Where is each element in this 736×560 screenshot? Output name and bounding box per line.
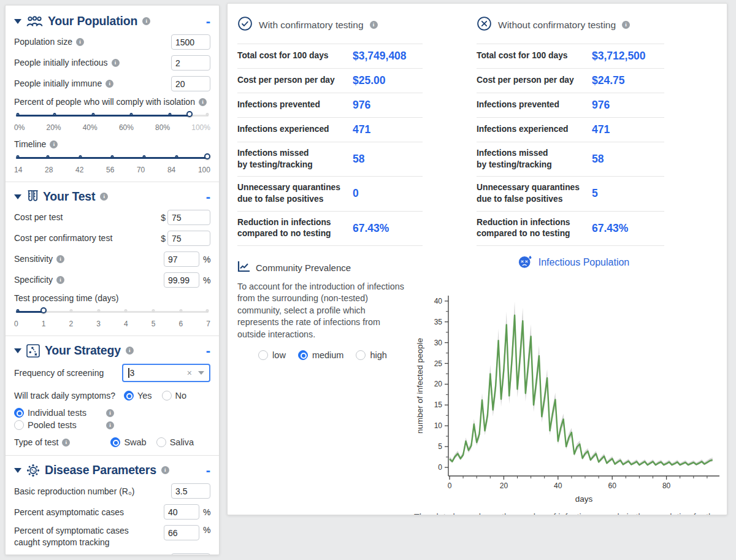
field-label: People initially immune (14, 78, 102, 89)
slider-handle[interactable] (40, 307, 47, 313)
prevalence-title: Community Prevalence (256, 263, 351, 273)
collapse-triangle-icon[interactable] (14, 468, 21, 473)
germ-icon (518, 255, 533, 271)
info-icon[interactable] (126, 347, 134, 355)
radio-symptoms-no[interactable] (162, 391, 172, 401)
info-icon[interactable] (76, 38, 84, 46)
collapse-section-button[interactable]: - (206, 17, 210, 26)
radio-medium[interactable] (298, 350, 308, 360)
info-icon[interactable] (100, 193, 108, 201)
result-row: Cost per person per day$24.75 (477, 68, 664, 93)
radio-saliva[interactable] (156, 437, 166, 447)
svg-text:25: 25 (434, 359, 443, 367)
collapse-section-button[interactable]: - (206, 347, 210, 355)
info-icon[interactable] (56, 276, 64, 284)
radio-high[interactable] (356, 350, 366, 360)
frequency-value: 3 (130, 368, 187, 378)
info-icon[interactable] (622, 21, 630, 29)
slider-handle[interactable] (204, 153, 210, 159)
svg-text:30: 30 (434, 338, 443, 347)
info-icon[interactable] (106, 409, 114, 417)
info-icon[interactable] (112, 59, 120, 67)
section-title-disease: Disease Parameters (45, 463, 156, 477)
percent-symptomatic-caught-input[interactable] (164, 525, 199, 540)
percent-asymptomatic-input[interactable] (164, 504, 199, 520)
radio-low[interactable] (258, 350, 268, 360)
x-axis-label: days (575, 494, 593, 504)
collapse-triangle-icon[interactable] (14, 348, 21, 353)
infectious-days-input[interactable] (171, 553, 210, 555)
svg-text:40: 40 (434, 297, 443, 305)
section-title-strategy: Your Strategy (45, 343, 121, 358)
collapse-triangle-icon[interactable] (14, 19, 21, 24)
info-icon[interactable] (56, 255, 64, 263)
slider-tick-label: 6 (179, 320, 183, 328)
field-row-pooled-tests: Pooled tests (14, 420, 210, 430)
processing-time-slider[interactable] (16, 307, 209, 316)
isolation-compliance-slider[interactable] (16, 110, 209, 120)
collapse-section-button[interactable]: - (206, 193, 210, 201)
result-value: $3,712,500 (592, 50, 646, 63)
field-label: Cost per confirmatory test (14, 232, 112, 244)
radio-item-low: low (258, 350, 286, 360)
slider-tick-label: 42 (75, 166, 83, 174)
result-row: Infections missed by testing/tracking58 (477, 142, 664, 176)
info-icon[interactable] (105, 80, 113, 88)
population-size-input[interactable] (171, 34, 210, 50)
cost-confirmatory-test-input[interactable] (167, 231, 210, 246)
radio-swab[interactable] (110, 437, 120, 447)
cost-per-test-input[interactable] (167, 210, 210, 225)
info-icon[interactable] (161, 466, 169, 474)
currency-prefix: $ (161, 234, 166, 244)
initially-immune-input[interactable] (171, 76, 210, 91)
r0-input[interactable] (171, 483, 210, 499)
field-row-asymptomatic: Percent asymptomatic cases % (14, 504, 210, 520)
sensitivity-input[interactable] (164, 251, 199, 267)
slider-tick-labels: 0 1 2 3 4 5 6 7 (14, 320, 210, 328)
slider-handle[interactable] (186, 111, 193, 117)
radio-label: high (370, 350, 386, 360)
infectious-line (450, 315, 713, 465)
section-header-disease: Disease Parameters - (14, 463, 210, 477)
svg-text:5: 5 (438, 442, 442, 451)
info-icon[interactable] (199, 98, 207, 106)
result-value: 471 (592, 123, 610, 136)
timeline-slider-block: Timeline 14 28 42 56 70 84 100 (14, 139, 210, 174)
result-label: Cost per person per day (477, 75, 592, 86)
radio-symptoms-yes[interactable] (124, 391, 134, 401)
section-divider (6, 336, 219, 336)
column-title: With confirmatory testing (259, 20, 364, 31)
chevron-down-icon[interactable] (198, 371, 204, 375)
info-icon[interactable] (142, 17, 150, 25)
svg-text:60: 60 (608, 481, 617, 490)
field-label: Percent of symptomatic cases caught symp… (14, 525, 143, 547)
timeline-slider[interactable] (16, 153, 209, 163)
info-icon[interactable] (106, 421, 114, 429)
field-row-population-size: Population size (14, 34, 210, 50)
collapse-section-button[interactable]: - (206, 466, 210, 475)
info-icon[interactable] (370, 21, 378, 29)
radio-pooled-tests[interactable] (14, 420, 24, 430)
radio-label: Swab (124, 437, 146, 447)
field-row-cost-per-test: Cost per test $ (14, 210, 210, 225)
result-value: $3,749,408 (353, 50, 407, 63)
radio-individual-tests[interactable] (14, 408, 24, 418)
section-header-population: Your Population - (14, 14, 210, 28)
frequency-of-screening-select[interactable]: 3 × (122, 364, 210, 382)
info-icon[interactable] (62, 439, 70, 447)
info-icon[interactable] (50, 140, 58, 148)
field-label: Percent asymptomatic cases (14, 507, 124, 518)
percent-suffix: % (203, 525, 210, 535)
field-label: Type of test (14, 437, 58, 448)
field-label: Cost per test (14, 212, 63, 223)
result-label: Infections experienced (237, 124, 353, 136)
specificity-input[interactable] (164, 272, 199, 288)
clear-icon[interactable]: × (187, 368, 192, 378)
currency-prefix: $ (161, 213, 166, 223)
virus-icon (26, 464, 40, 477)
result-label: Infections missed by testing/tracking (237, 148, 353, 171)
collapse-triangle-icon[interactable] (14, 194, 21, 199)
slider-tick-label: 0 (14, 320, 18, 328)
slider-tick-label: 100 (198, 166, 210, 174)
initially-infectious-input[interactable] (171, 55, 210, 71)
